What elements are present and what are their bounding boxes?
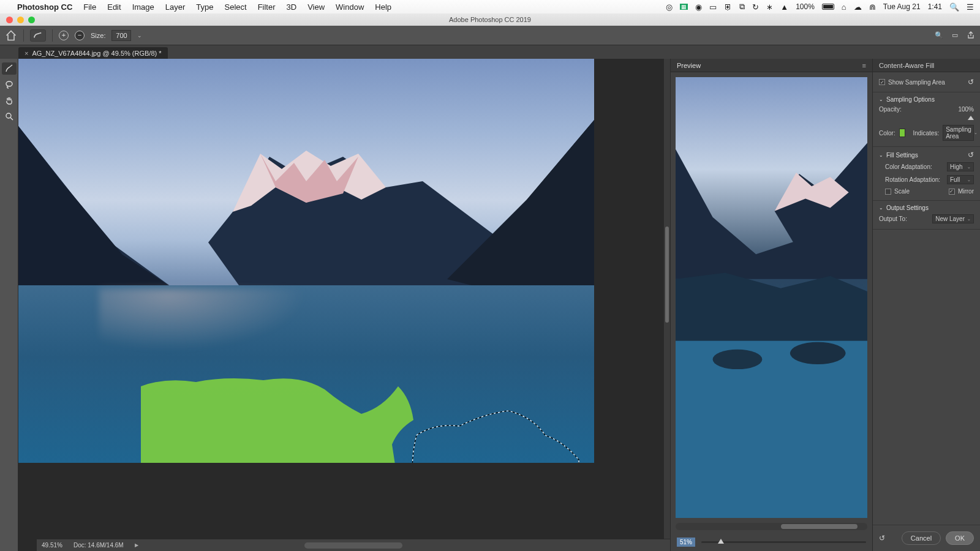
brush-size-input[interactable] — [111, 30, 131, 41]
sampling-options-label: Sampling Options — [886, 96, 935, 103]
search-icon[interactable]: 🔍 — [935, 31, 943, 39]
scale-checkbox[interactable] — [885, 189, 891, 195]
menu-type[interactable]: Type — [196, 2, 213, 12]
share-icon[interactable] — [967, 31, 975, 40]
opacity-slider[interactable] — [879, 116, 974, 123]
window-title-bar: Adobe Photoshop CC 2019 — [0, 13, 980, 26]
document-tab-label: AG_NZ_V67A4844.jpg @ 49.5% (RGB/8) * — [32, 50, 161, 57]
lasso-tool[interactable] — [2, 78, 17, 91]
home-button[interactable] — [5, 29, 17, 42]
indicates-label: Indicates: — [913, 130, 939, 137]
reset-sampling-icon[interactable]: ↺ — [968, 78, 974, 86]
svg-point-0 — [6, 81, 12, 86]
mirror-label: Mirror — [958, 188, 974, 195]
list-icon[interactable]: ☰ — [967, 2, 974, 12]
dropbox-icon: ⧉ — [739, 2, 745, 12]
svg-point-19 — [790, 342, 846, 364]
shield-icon: ⛨ — [724, 2, 732, 12]
canvas-area[interactable]: 49.51% Doc: 14.6M/14.6M ▶ — [18, 59, 670, 551]
scale-label: Scale — [894, 188, 910, 195]
opacity-label: Opacity: — [879, 106, 902, 113]
preview-zoom-value[interactable]: 51% — [677, 538, 695, 547]
caf-panel-title: Content-Aware Fill — [873, 59, 980, 72]
sampling-color-swatch[interactable] — [899, 129, 906, 137]
disclose-icon[interactable]: ⌄ — [879, 152, 883, 158]
reset-all-icon[interactable]: ↺ — [879, 534, 885, 542]
zoom-readout[interactable]: 49.51% — [42, 542, 62, 549]
document-tab[interactable]: × AG_NZ_V67A4844.jpg @ 49.5% (RGB/8) * — [18, 47, 168, 59]
menu-date: Tue Aug 21 — [883, 2, 921, 11]
app-name[interactable]: Photoshop CC — [17, 2, 72, 12]
cancel-button[interactable]: Cancel — [902, 531, 941, 545]
preview-zoom-slider[interactable] — [701, 541, 866, 543]
menu-help[interactable]: Help — [375, 2, 391, 12]
reset-fill-icon[interactable]: ↺ — [968, 151, 974, 159]
status-menu-icon[interactable]: ▶ — [135, 542, 138, 548]
status-bar: 49.51% Doc: 14.6M/14.6M ▶ — [37, 539, 670, 551]
menu-view[interactable]: View — [307, 2, 325, 12]
display-icon: ▭ — [709, 2, 717, 12]
close-tab-icon[interactable]: × — [24, 50, 28, 57]
window-minimize-button[interactable] — [17, 17, 24, 23]
tool-column — [0, 59, 18, 551]
rotation-adaptation-label: Rotation Adaptation: — [885, 176, 940, 183]
zoom-tool[interactable] — [2, 110, 17, 122]
doc-size-readout[interactable]: Doc: 14.6M/14.6M — [74, 542, 124, 549]
output-to-dropdown[interactable]: New Layer⌄ — [932, 214, 974, 223]
color-label: Color: — [879, 130, 895, 137]
canvas-horizontal-scrollbar[interactable] — [304, 542, 402, 549]
hand-tool[interactable] — [2, 94, 17, 107]
svg-point-18 — [713, 350, 763, 369]
menu-edit[interactable]: Edit — [107, 2, 121, 12]
menu-time: 1:41 — [928, 2, 942, 11]
svg-marker-3 — [18, 126, 178, 304]
subtract-from-sampling-button[interactable]: − — [75, 31, 85, 40]
mac-status-right: ◎ ▦ ◉ ▭ ⛨ ⧉ ↻ ∗ ▲ 100% ⌂ ☁ ⋒ Tue Aug 21 … — [666, 2, 974, 12]
menu-file[interactable]: File — [83, 2, 96, 12]
battery-pct: 100% — [796, 2, 815, 11]
preview-horizontal-scrollbar[interactable] — [676, 523, 867, 530]
screen-mode-icon[interactable]: ▭ — [952, 31, 958, 39]
add-to-sampling-button[interactable]: + — [59, 31, 69, 40]
wifi-icon: ⋒ — [869, 2, 876, 12]
canvas-vertical-scrollbar[interactable] — [664, 59, 670, 539]
svg-point-1 — [6, 113, 11, 118]
fill-settings-label: Fill Settings — [886, 152, 918, 159]
output-to-label: Output To: — [879, 216, 907, 222]
color-adaptation-label: Color Adaptation: — [885, 163, 932, 170]
cc-status-icon: ◎ — [666, 2, 673, 12]
brush-preset-picker[interactable] — [30, 29, 46, 42]
menu-select[interactable]: Select — [224, 2, 246, 12]
menu-image[interactable]: Image — [132, 2, 154, 12]
user-switch-icon: ⌂ — [842, 2, 846, 12]
menu-filter[interactable]: Filter — [258, 2, 276, 12]
opacity-value[interactable]: 100% — [958, 106, 974, 113]
sampling-brush-tool[interactable] — [2, 62, 17, 75]
size-label: Size: — [91, 32, 105, 39]
mac-menu-bar: Photoshop CC File Edit Image Layer Type … — [0, 0, 980, 13]
window-close-button[interactable] — [6, 17, 13, 23]
ok-button[interactable]: OK — [946, 531, 974, 545]
show-sampling-checkbox[interactable] — [879, 79, 885, 85]
preview-panel-menu-icon[interactable]: ≡ — [862, 62, 866, 69]
mirror-checkbox[interactable] — [949, 189, 955, 195]
disclose-icon[interactable]: ⌄ — [879, 205, 883, 211]
preview-panel: Preview ≡ 51% — [670, 59, 872, 551]
disclose-icon[interactable]: ⌄ — [879, 97, 883, 102]
indicates-dropdown[interactable]: Sampling Area⌄ — [943, 125, 974, 141]
size-dropdown-icon[interactable]: ⌄ — [137, 32, 142, 39]
document-canvas[interactable] — [18, 59, 594, 463]
battery-icon — [822, 4, 834, 10]
menu-window[interactable]: Window — [336, 2, 364, 12]
color-adaptation-dropdown[interactable]: High⌄ — [947, 162, 974, 171]
rotation-adaptation-dropdown[interactable]: Full⌄ — [947, 175, 974, 184]
preview-panel-title: Preview — [677, 62, 701, 69]
window-maximize-button[interactable] — [28, 17, 35, 23]
menu-3d[interactable]: 3D — [287, 2, 297, 12]
document-tab-strip: × AG_NZ_V67A4844.jpg @ 49.5% (RGB/8) * — [0, 45, 980, 59]
airplay-icon: ▲ — [780, 2, 788, 12]
spotlight-icon[interactable]: 🔍 — [949, 2, 959, 12]
menu-layer[interactable]: Layer — [165, 2, 186, 12]
preview-canvas[interactable] — [676, 77, 867, 518]
show-sampling-label: Show Sampling Area — [888, 79, 945, 86]
